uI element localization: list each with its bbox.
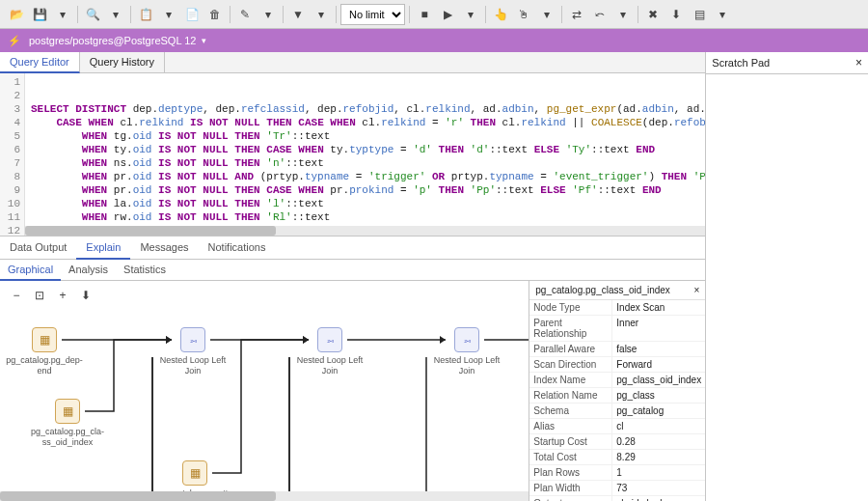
tab-query-editor[interactable]: Query Editor [0,52,80,73]
tab-explain[interactable]: Explain [76,237,130,260]
execute-icon[interactable]: ▶ [437,4,458,25]
props-title: pg_catalog.pg_class_oid_index [535,285,670,295]
explain-subtabs: Graphical Analysis Statistics [0,260,705,281]
prop-row: Startup Cost0.28 [529,434,705,450]
plan-node[interactable]: ▦pg_catalog.pg_dep- end [4,327,85,376]
close-icon[interactable]: × [693,285,699,295]
editor-hscrollbar[interactable] [25,226,705,236]
execute-dd-icon[interactable]: ▾ [460,4,481,25]
close-icon[interactable]: × [855,56,862,70]
analyze-icon[interactable]: 🖱 [513,4,534,25]
macro-dd-icon[interactable]: ▾ [712,4,733,25]
cancel-icon[interactable]: ✖ [642,4,664,25]
stop-icon[interactable]: ■ [414,4,435,25]
prop-key: Relation Name [529,388,612,403]
prop-row: Plan Rows1 [529,465,705,481]
explain-icon[interactable]: 👆 [490,4,511,25]
plan-node-label: Nested Loop Left Join [152,355,233,376]
prop-key: Index Name [529,373,612,387]
prop-value: false [612,342,705,356]
prop-value: pg_class [612,388,705,403]
plan-properties-panel: pg_catalog.pg_class_oid_index × Node Typ… [529,281,705,501]
edit-dd-icon[interactable]: ▾ [258,4,279,25]
rollback-icon[interactable]: ⤺ [589,4,610,25]
plan-node[interactable]: ⟕Nested Loop Left Join [289,327,370,376]
table-icon: ▦ [182,460,207,486]
trans-dd-icon[interactable]: ▾ [612,4,634,25]
plan-canvas[interactable]: ▦pg_catalog.pg_dep- end▦pg_catalog.pg_cl… [0,310,529,491]
search-dd-icon[interactable]: ▾ [105,4,126,25]
line-gutter: 12345678910111213 [0,73,25,236]
join-icon: ⟕ [317,327,342,352]
scratch-pad: Scratch Pad × [705,52,868,501]
limit-select[interactable]: No limit [340,4,405,25]
explain-dd-icon[interactable]: ▾ [536,4,557,25]
zoom-reset-icon[interactable]: ⊡ [29,285,50,306]
save-icon[interactable]: 💾 [29,4,50,25]
prop-key: Node Type [529,300,612,315]
table-icon: ▦ [55,399,80,424]
macro-icon[interactable]: ▤ [689,4,710,25]
zoom-out-icon[interactable]: − [6,285,27,306]
plan-node[interactable]: ⟕Nested Loop Left Join [152,327,233,376]
commit-icon[interactable]: ⇄ [566,4,587,25]
search-icon[interactable]: 🔍 [82,4,103,25]
sql-code[interactable]: SELECT DISTINCT dep.deptype, dep.refclas… [25,73,705,236]
prop-row: Parallel Awarefalse [529,342,705,357]
prop-value: 8.29 [612,450,705,464]
prop-row: Total Cost8.29 [529,450,705,465]
tab-data-output[interactable]: Data Output [0,237,76,259]
prop-row: Parent RelationshipInner [529,316,705,342]
prop-value: pg_catalog [612,404,705,418]
copy-icon[interactable]: 📋 [135,4,156,25]
plan-node[interactable]: ▦pg_catalog.pg_att- ribute_relid_attn- u… [154,460,235,491]
prop-key: Startup Cost [529,434,612,449]
subtab-statistics[interactable]: Statistics [116,260,174,280]
prop-value: Index Scan [612,300,705,315]
prop-value: 1 [612,465,705,480]
plan-node-label: pg_catalog.pg_dep- end [4,355,85,376]
prop-value: cl.oid,cl.relname,cl.relnamespace,cl.rel… [612,496,705,501]
prop-value: 73 [612,481,705,495]
tab-messages[interactable]: Messages [130,237,198,259]
tab-notifications[interactable]: Notifications [199,237,276,259]
chevron-down-icon: ▾ [202,36,206,45]
prop-row: Node TypeIndex Scan [529,300,705,316]
filter-dd-icon[interactable]: ▾ [311,4,332,25]
delete-icon[interactable]: 🗑 [204,4,226,25]
prop-row: Plan Width73 [529,481,705,496]
zoom-in-icon[interactable]: + [52,285,73,306]
prop-value: 0.28 [612,434,705,449]
plan-hscrollbar[interactable] [0,491,529,501]
output-tabs: Data Output Explain Messages Notificatio… [0,236,705,260]
paste-icon[interactable]: 📄 [181,4,203,25]
prop-key: Scan Direction [529,357,612,372]
prop-row: Scan DirectionForward [529,357,705,373]
edit-icon[interactable]: ✎ [234,4,256,25]
prop-key: Plan Width [529,481,612,495]
tab-query-history[interactable]: Query History [80,52,165,72]
prop-key: Alias [529,419,612,433]
filter-icon[interactable]: ▼ [287,4,309,25]
plan-node-label: pg_catalog.pg_cla- ss_oid_index [27,427,108,448]
prop-key: Output [529,496,612,501]
subtab-graphical[interactable]: Graphical [0,260,61,281]
prop-value: Inner [612,316,705,341]
open-icon[interactable]: 📂 [6,4,27,25]
plan-node[interactable]: ⟕Nested Loop Left Join [426,327,507,376]
prop-row: Outputcl.oid,cl.relname,cl.relnamespace,… [529,496,705,501]
download-icon[interactable]: ⬇ [665,4,687,25]
connection-label: postgres/postgres@PostgreSQL 12 [29,35,196,46]
download-plan-icon[interactable]: ⬇ [75,285,96,306]
connection-bar[interactable]: ⚡ postgres/postgres@PostgreSQL 12 ▾ [0,29,868,52]
copy-dd-icon[interactable]: ▾ [158,4,179,25]
prop-key: Schema [529,404,612,418]
prop-row: Schemapg_catalog [529,404,705,419]
sql-editor[interactable]: 12345678910111213 SELECT DISTINCT dep.de… [0,73,705,236]
save-dd-icon[interactable]: ▾ [52,4,73,25]
scratchpad-title: Scratch Pad [712,57,770,69]
join-icon: ⟕ [180,327,205,352]
prop-value: pg_class_oid_index [612,373,705,387]
plan-node[interactable]: ▦pg_catalog.pg_cla- ss_oid_index [27,399,108,448]
subtab-analysis[interactable]: Analysis [61,260,116,280]
